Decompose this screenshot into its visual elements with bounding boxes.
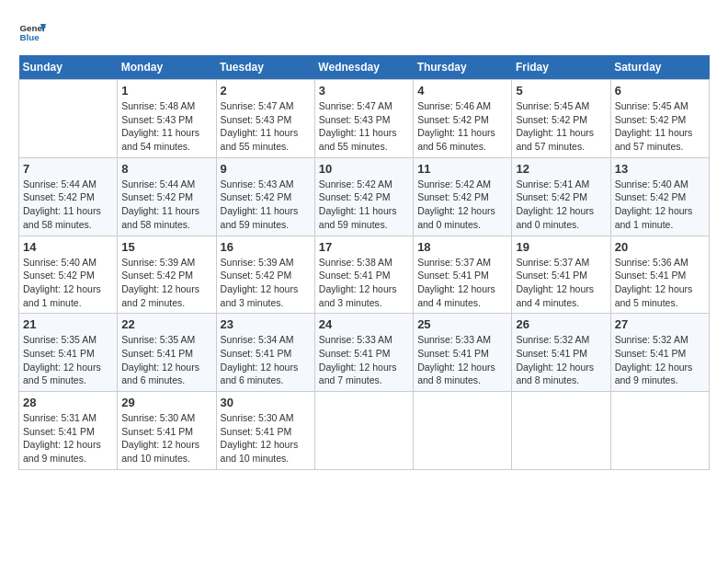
cell-info: Sunrise: 5:37 AM Sunset: 5:41 PM Dayligh… (417, 256, 507, 310)
day-number: 21 (23, 317, 113, 331)
day-number: 7 (23, 162, 113, 176)
calendar-week: 1Sunrise: 5:48 AM Sunset: 5:43 PM Daylig… (19, 80, 710, 158)
calendar-cell: 24Sunrise: 5:33 AM Sunset: 5:41 PM Dayli… (314, 314, 413, 392)
calendar-cell: 3Sunrise: 5:47 AM Sunset: 5:43 PM Daylig… (314, 80, 413, 158)
header-day: Tuesday (216, 55, 314, 80)
cell-info: Sunrise: 5:47 AM Sunset: 5:43 PM Dayligh… (221, 99, 311, 154)
day-number: 8 (121, 162, 211, 176)
day-number: 5 (516, 84, 606, 98)
calendar-cell: 4Sunrise: 5:46 AM Sunset: 5:42 PM Daylig… (414, 80, 512, 158)
calendar-cell: 19Sunrise: 5:37 AM Sunset: 5:41 PM Dayli… (512, 236, 610, 314)
logo: General Blue (18, 18, 46, 46)
cell-info: Sunrise: 5:30 AM Sunset: 5:41 PM Dayligh… (221, 411, 311, 465)
calendar-cell (610, 392, 709, 470)
calendar-cell: 16Sunrise: 5:39 AM Sunset: 5:42 PM Dayli… (216, 236, 314, 314)
cell-info: Sunrise: 5:42 AM Sunset: 5:42 PM Dayligh… (417, 178, 507, 232)
day-number: 4 (417, 84, 507, 98)
day-number: 10 (319, 162, 409, 176)
calendar-cell: 5Sunrise: 5:45 AM Sunset: 5:42 PM Daylig… (512, 80, 610, 158)
calendar-cell (414, 392, 512, 470)
cell-info: Sunrise: 5:42 AM Sunset: 5:42 PM Dayligh… (319, 178, 409, 232)
calendar-week: 14Sunrise: 5:40 AM Sunset: 5:42 PM Dayli… (19, 236, 710, 314)
cell-info: Sunrise: 5:40 AM Sunset: 5:42 PM Dayligh… (23, 256, 113, 310)
cell-info: Sunrise: 5:33 AM Sunset: 5:41 PM Dayligh… (417, 333, 507, 387)
header-day: Sunday (19, 55, 118, 80)
day-number: 3 (319, 84, 409, 98)
calendar-cell: 7Sunrise: 5:44 AM Sunset: 5:42 PM Daylig… (19, 157, 118, 236)
day-number: 17 (319, 240, 409, 254)
day-number: 15 (121, 240, 211, 254)
cell-info: Sunrise: 5:33 AM Sunset: 5:41 PM Dayligh… (319, 333, 409, 387)
page-header: General Blue (18, 18, 710, 46)
header-day: Saturday (610, 55, 709, 80)
calendar-cell: 8Sunrise: 5:44 AM Sunset: 5:42 PM Daylig… (118, 157, 216, 236)
calendar-cell: 17Sunrise: 5:38 AM Sunset: 5:41 PM Dayli… (314, 236, 413, 314)
calendar-week: 7Sunrise: 5:44 AM Sunset: 5:42 PM Daylig… (19, 157, 710, 236)
day-number: 26 (516, 317, 606, 331)
day-number: 2 (221, 84, 311, 98)
calendar-cell: 29Sunrise: 5:30 AM Sunset: 5:41 PM Dayli… (118, 392, 216, 470)
calendar-cell: 28Sunrise: 5:31 AM Sunset: 5:41 PM Dayli… (19, 392, 118, 470)
calendar-cell (314, 392, 413, 470)
cell-info: Sunrise: 5:32 AM Sunset: 5:41 PM Dayligh… (516, 333, 606, 387)
calendar-cell: 2Sunrise: 5:47 AM Sunset: 5:43 PM Daylig… (216, 80, 314, 158)
day-number: 22 (121, 317, 211, 331)
day-number: 29 (121, 396, 211, 409)
day-number: 23 (221, 317, 311, 331)
cell-info: Sunrise: 5:36 AM Sunset: 5:41 PM Dayligh… (615, 256, 705, 310)
day-number: 27 (615, 317, 705, 331)
logo-icon: General Blue (18, 18, 46, 46)
calendar-cell: 15Sunrise: 5:39 AM Sunset: 5:42 PM Dayli… (118, 236, 216, 314)
cell-info: Sunrise: 5:46 AM Sunset: 5:42 PM Dayligh… (417, 99, 507, 154)
day-number: 25 (417, 317, 507, 331)
calendar-cell: 14Sunrise: 5:40 AM Sunset: 5:42 PM Dayli… (19, 236, 118, 314)
calendar-cell: 25Sunrise: 5:33 AM Sunset: 5:41 PM Dayli… (414, 314, 512, 392)
cell-info: Sunrise: 5:40 AM Sunset: 5:42 PM Dayligh… (615, 178, 705, 232)
cell-info: Sunrise: 5:41 AM Sunset: 5:42 PM Dayligh… (516, 178, 606, 232)
calendar-cell: 21Sunrise: 5:35 AM Sunset: 5:41 PM Dayli… (19, 314, 118, 392)
calendar-week: 21Sunrise: 5:35 AM Sunset: 5:41 PM Dayli… (19, 314, 710, 392)
calendar-cell: 13Sunrise: 5:40 AM Sunset: 5:42 PM Dayli… (610, 157, 709, 236)
calendar-week: 28Sunrise: 5:31 AM Sunset: 5:41 PM Dayli… (19, 392, 710, 470)
cell-info: Sunrise: 5:34 AM Sunset: 5:41 PM Dayligh… (221, 333, 311, 387)
calendar-cell: 6Sunrise: 5:45 AM Sunset: 5:42 PM Daylig… (610, 80, 709, 158)
header-day: Wednesday (314, 55, 413, 80)
svg-text:Blue: Blue (20, 32, 40, 42)
cell-info: Sunrise: 5:35 AM Sunset: 5:41 PM Dayligh… (121, 333, 211, 387)
cell-info: Sunrise: 5:35 AM Sunset: 5:41 PM Dayligh… (23, 333, 113, 387)
header-day: Monday (118, 55, 216, 80)
day-number: 14 (23, 240, 113, 254)
cell-info: Sunrise: 5:38 AM Sunset: 5:41 PM Dayligh… (319, 256, 409, 310)
day-number: 12 (516, 162, 606, 176)
calendar-cell: 27Sunrise: 5:32 AM Sunset: 5:41 PM Dayli… (610, 314, 709, 392)
cell-info: Sunrise: 5:37 AM Sunset: 5:41 PM Dayligh… (516, 256, 606, 310)
calendar-cell: 22Sunrise: 5:35 AM Sunset: 5:41 PM Dayli… (118, 314, 216, 392)
day-number: 11 (417, 162, 507, 176)
calendar-cell: 23Sunrise: 5:34 AM Sunset: 5:41 PM Dayli… (216, 314, 314, 392)
calendar-cell: 26Sunrise: 5:32 AM Sunset: 5:41 PM Dayli… (512, 314, 610, 392)
cell-info: Sunrise: 5:45 AM Sunset: 5:42 PM Dayligh… (615, 99, 705, 154)
day-number: 9 (221, 162, 311, 176)
day-number: 16 (221, 240, 311, 254)
cell-info: Sunrise: 5:30 AM Sunset: 5:41 PM Dayligh… (121, 411, 211, 465)
calendar-cell: 30Sunrise: 5:30 AM Sunset: 5:41 PM Dayli… (216, 392, 314, 470)
cell-info: Sunrise: 5:44 AM Sunset: 5:42 PM Dayligh… (23, 178, 113, 232)
calendar-cell: 12Sunrise: 5:41 AM Sunset: 5:42 PM Dayli… (512, 157, 610, 236)
header-row: SundayMondayTuesdayWednesdayThursdayFrid… (19, 55, 710, 80)
cell-info: Sunrise: 5:48 AM Sunset: 5:43 PM Dayligh… (121, 99, 211, 154)
cell-info: Sunrise: 5:47 AM Sunset: 5:43 PM Dayligh… (319, 99, 409, 154)
calendar-table: SundayMondayTuesdayWednesdayThursdayFrid… (18, 55, 710, 470)
day-number: 6 (615, 84, 705, 98)
calendar-cell: 20Sunrise: 5:36 AM Sunset: 5:41 PM Dayli… (610, 236, 709, 314)
cell-info: Sunrise: 5:43 AM Sunset: 5:42 PM Dayligh… (221, 178, 311, 232)
cell-info: Sunrise: 5:39 AM Sunset: 5:42 PM Dayligh… (121, 256, 211, 310)
header-day: Friday (512, 55, 610, 80)
calendar-cell (512, 392, 610, 470)
day-number: 19 (516, 240, 606, 254)
day-number: 18 (417, 240, 507, 254)
day-number: 1 (121, 84, 211, 98)
day-number: 28 (23, 396, 113, 409)
calendar-cell: 1Sunrise: 5:48 AM Sunset: 5:43 PM Daylig… (118, 80, 216, 158)
cell-info: Sunrise: 5:45 AM Sunset: 5:42 PM Dayligh… (516, 99, 606, 154)
calendar-cell (19, 80, 118, 158)
